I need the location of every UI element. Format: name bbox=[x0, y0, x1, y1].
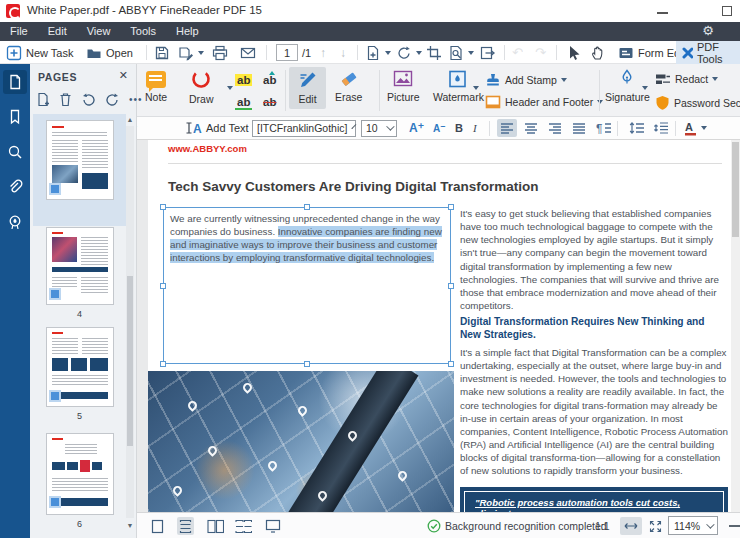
fit-width-icon bbox=[624, 521, 638, 531]
picture-button[interactable]: Picture bbox=[387, 70, 420, 103]
zoom-out-button[interactable] bbox=[729, 525, 740, 527]
italic-button[interactable]: I bbox=[473, 119, 477, 137]
panel-scroll-down-icon[interactable]: ▼ bbox=[126, 522, 134, 529]
note-button[interactable]: Note bbox=[145, 71, 167, 103]
menu-tools[interactable]: Tools bbox=[120, 22, 166, 41]
open-button[interactable]: Open bbox=[86, 43, 133, 62]
align-right-button[interactable] bbox=[545, 119, 565, 137]
rail-search-tab[interactable] bbox=[3, 140, 27, 164]
line-spacing-button[interactable] bbox=[626, 119, 647, 137]
erase-button[interactable]: Erase bbox=[335, 70, 362, 103]
email-button[interactable] bbox=[240, 43, 256, 62]
add-text-button[interactable]: A Add Text bbox=[185, 119, 249, 137]
highlight-text-button[interactable]: ab bbox=[235, 70, 252, 88]
actual-size-button[interactable]: 1:1 bbox=[595, 517, 610, 535]
align-justify-button[interactable] bbox=[569, 119, 589, 137]
pages-panel-close-icon[interactable]: ✕ bbox=[119, 69, 128, 82]
document-heading: Tech Savvy Customers Are Driving Digital… bbox=[168, 179, 539, 194]
paragraph-spacing-button[interactable] bbox=[650, 119, 671, 137]
selected-text-box[interactable]: We are currently witnessing unprecedente… bbox=[163, 207, 451, 364]
recognize-button[interactable] bbox=[448, 43, 474, 62]
underline-text-button[interactable]: ab bbox=[235, 92, 252, 110]
decrease-font-button[interactable]: A⁻ bbox=[433, 119, 446, 137]
align-left-button[interactable] bbox=[497, 119, 517, 137]
zoom-level-select[interactable]: 114% bbox=[668, 516, 718, 535]
minimize-button[interactable] bbox=[657, 12, 668, 14]
align-center-button[interactable] bbox=[521, 119, 541, 137]
panel-rotate-right-icon[interactable] bbox=[105, 92, 120, 107]
resize-handle[interactable] bbox=[304, 204, 310, 210]
pdf-tools-button[interactable]: PDF Tools bbox=[676, 41, 740, 64]
view-single-page-button[interactable] bbox=[149, 517, 166, 535]
strikethrough-text-button[interactable]: ab bbox=[261, 92, 278, 110]
resize-handle[interactable] bbox=[304, 361, 310, 367]
settings-gear-icon[interactable]: ⚙ bbox=[702, 23, 714, 38]
page-thumbnail-3[interactable]: 3 bbox=[30, 120, 129, 218]
page-thumbnail-4[interactable]: 4 bbox=[30, 227, 129, 319]
rail-digital-signatures-tab[interactable] bbox=[3, 210, 27, 234]
page-thumbnail-5[interactable]: 5 bbox=[30, 327, 129, 421]
export-button[interactable] bbox=[480, 43, 496, 62]
font-family-select[interactable]: [ITCFranklinGothic] bbox=[252, 119, 356, 137]
fit-width-button[interactable] bbox=[620, 517, 642, 535]
add-pages-button[interactable] bbox=[365, 43, 391, 62]
strikethrough-ab-icon: ab bbox=[261, 96, 278, 108]
panel-scroll-up-icon[interactable]: ▲ bbox=[126, 116, 134, 123]
resize-handle[interactable] bbox=[448, 204, 454, 210]
view-continuous-button[interactable] bbox=[177, 517, 194, 535]
panel-delete-page-icon[interactable] bbox=[59, 92, 72, 107]
rail-attachments-tab[interactable] bbox=[3, 175, 27, 199]
panel-rotate-left-icon[interactable] bbox=[81, 92, 96, 107]
rail-pages-tab[interactable] bbox=[3, 70, 27, 94]
view-fullscreen-button[interactable] bbox=[263, 517, 283, 535]
crop-button[interactable] bbox=[426, 43, 442, 62]
menu-help[interactable]: Help bbox=[166, 22, 209, 41]
paragraph-direction-button[interactable]: ¶ bbox=[593, 119, 614, 137]
password-security-button[interactable]: Password Security bbox=[655, 95, 740, 111]
panel-add-page-icon[interactable] bbox=[36, 92, 50, 107]
resize-handle[interactable] bbox=[448, 361, 454, 367]
resize-handle[interactable] bbox=[448, 283, 454, 289]
print-button[interactable] bbox=[212, 43, 228, 62]
city-network-photo[interactable] bbox=[148, 371, 454, 512]
new-task-button[interactable]: New Task bbox=[6, 43, 73, 62]
rotate-button[interactable] bbox=[396, 43, 422, 62]
document-scrollbar[interactable] bbox=[731, 140, 740, 512]
redo-button[interactable]: ↷ bbox=[535, 43, 546, 62]
redact-button[interactable]: Redact bbox=[655, 72, 718, 86]
save-as-button[interactable] bbox=[178, 43, 204, 62]
document-view[interactable]: www.ABBYY.com Tech Savvy Customers Are D… bbox=[137, 140, 740, 512]
undo-button[interactable]: ↶ bbox=[512, 43, 523, 62]
hand-tool-button[interactable] bbox=[590, 43, 606, 62]
previous-page-button[interactable]: ↑ bbox=[320, 43, 326, 62]
menu-view[interactable]: View bbox=[77, 22, 121, 41]
rail-bookmarks-tab[interactable] bbox=[3, 105, 27, 129]
save-button[interactable] bbox=[154, 43, 170, 62]
view-two-page-button[interactable] bbox=[205, 517, 226, 535]
next-page-button[interactable]: ↓ bbox=[340, 43, 346, 62]
panel-more-icon[interactable]: ••• bbox=[129, 94, 143, 105]
page-total-label: /1 bbox=[302, 43, 311, 62]
menu-edit[interactable]: Edit bbox=[38, 22, 77, 41]
quote-text: "Robotic process automation tools cut co… bbox=[464, 491, 724, 512]
menu-file[interactable]: File bbox=[0, 22, 38, 41]
edit-button[interactable]: Edit bbox=[289, 67, 326, 109]
view-two-page-scroll-button[interactable] bbox=[233, 517, 254, 535]
draw-button[interactable]: Draw bbox=[189, 68, 214, 105]
page-number-input[interactable]: 1 bbox=[276, 44, 298, 61]
maximize-button[interactable] bbox=[722, 6, 732, 16]
resize-handle[interactable] bbox=[160, 283, 166, 289]
select-tool-button[interactable] bbox=[565, 43, 581, 62]
resize-handle[interactable] bbox=[160, 204, 166, 210]
add-stamp-button[interactable]: Add Stamp bbox=[485, 72, 567, 88]
font-color-button[interactable]: A bbox=[684, 119, 707, 137]
resize-handle[interactable] bbox=[160, 361, 166, 367]
insert-text-button[interactable]: ab bbox=[261, 70, 278, 88]
bold-button[interactable]: B bbox=[455, 119, 463, 137]
font-size-select[interactable]: 10 bbox=[361, 119, 397, 137]
fit-page-button[interactable] bbox=[646, 517, 665, 535]
panel-scrollbar[interactable] bbox=[126, 126, 134, 518]
increase-font-button[interactable]: A⁺ bbox=[409, 119, 424, 137]
page-thumbnail-6[interactable]: 6 bbox=[30, 433, 129, 529]
header-footer-button[interactable]: Header and Footer bbox=[485, 95, 603, 109]
